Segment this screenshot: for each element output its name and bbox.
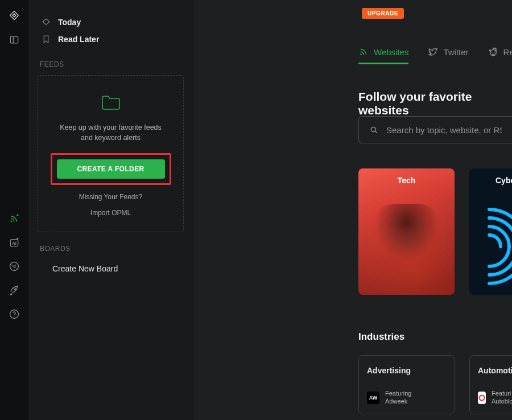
svg-point-13 [14,316,14,317]
topic-card-tech[interactable]: Tech [358,168,455,295]
feeds-blurb: Keep up with your favorite feeds and key… [54,122,168,143]
tab-label-reddit: Redd [503,47,512,57]
svg-line-22 [375,131,377,133]
feeds-empty-box: Keep up with your favorite feeds and key… [38,75,184,232]
svg-point-2 [11,221,13,223]
sidebar-label-today: Today [58,18,81,27]
svg-point-14 [360,53,361,55]
source-tabs: Websites Twitter Redd [358,47,512,70]
source-badge [478,392,486,404]
tab-reddit[interactable]: Redd [488,47,512,64]
industries-heading: Industries [358,331,404,343]
svg-line-10 [10,263,18,269]
add-content-icon[interactable] [5,209,23,228]
industry-title: Advertising [367,366,446,375]
rss-icon [358,47,369,57]
svg-point-19 [489,50,490,51]
industry-featuring: Featuri Autoblo [478,390,510,406]
search-icon [369,125,378,134]
industry-card-advertising[interactable]: Advertising AW Featuring Adweek [358,355,455,414]
missing-feeds-link[interactable]: Missing Your Feeds? [45,193,176,201]
today-icon [41,17,51,27]
twitter-icon [428,47,438,57]
svg-point-21 [371,127,375,131]
tab-label-twitter: Twitter [443,47,468,57]
tab-websites[interactable]: Websites [358,47,408,64]
topic-label-tech: Tech [358,176,455,185]
annotation-highlight: CREATE A FOLDER [51,153,171,185]
tab-twitter[interactable]: Twitter [428,47,468,64]
svg-rect-0 [10,36,18,43]
industry-card-automotive[interactable]: Automotive Featuri Autoblo [469,355,512,414]
create-folder-button[interactable]: CREATE A FOLDER [57,159,165,179]
sidebar-item-today[interactable]: Today [38,14,184,31]
tab-label-websites: Websites [374,47,408,57]
industry-feat-text: Featuring Adweek [385,390,411,406]
fingerprint-icon [469,204,512,289]
topic-label-cyber: Cyber [469,176,512,185]
topic-cards: Tech Cyber [358,168,512,295]
svg-point-17 [494,52,495,53]
svg-point-18 [496,50,497,51]
svg-text:AI: AI [12,241,16,246]
import-opml-link[interactable]: Import OPML [45,209,176,217]
industry-featuring: AW Featuring Adweek [367,390,446,406]
sidebar-item-read-later[interactable]: Read Later [38,31,184,48]
bookmark-icon [41,34,51,44]
sidebar-section-boards: BOARDS [40,245,184,253]
gear-c-icon [478,394,486,402]
industry-feat-text: Featuri Autoblo [492,390,512,406]
create-board-link[interactable]: Create New Board [38,260,184,278]
app-logo-icon[interactable] [5,7,23,25]
folder-icon [101,94,121,111]
search-bar[interactable] [358,116,512,143]
main-content: UPGRADE Websites Twitter Redd Follow you… [193,0,512,420]
help-icon[interactable] [5,305,23,323]
ai-icon[interactable]: AI [5,233,23,252]
rocket-icon[interactable] [5,281,23,299]
source-badge: AW [367,392,379,404]
svg-point-20 [495,48,496,49]
left-rail: AI [0,0,28,420]
sidebar: Today Read Later FEEDS Keep up with your… [28,0,193,420]
sidebar-label-read-later: Read Later [58,35,99,44]
svg-point-16 [492,52,493,53]
sidebar-section-feeds: FEEDS [40,60,184,68]
upgrade-button[interactable]: UPGRADE [362,8,404,19]
panel-toggle-icon[interactable] [5,31,23,49]
compass-icon[interactable] [5,257,23,275]
svg-point-11 [14,289,16,290]
reddit-icon [488,47,498,57]
search-input[interactable] [386,125,502,135]
topic-card-cyber[interactable]: Cyber [469,168,512,295]
page-headline: Follow your favorite websites [358,90,512,117]
industry-title: Automotive [478,366,510,375]
industry-cards: Advertising AW Featuring Adweek Automoti… [358,355,512,414]
